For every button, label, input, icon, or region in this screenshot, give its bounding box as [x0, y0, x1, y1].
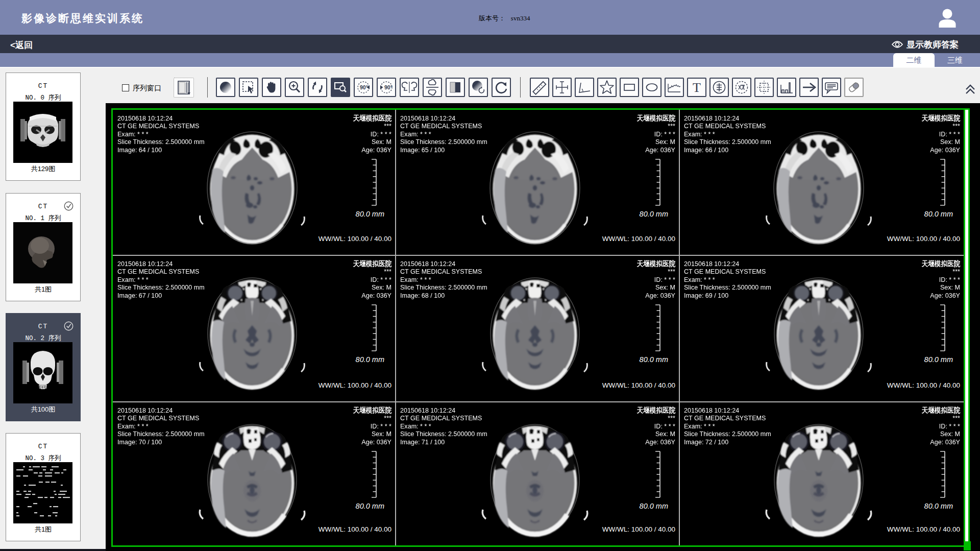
svg-text:T: T — [693, 80, 701, 95]
svg-text:90°: 90° — [384, 84, 393, 90]
